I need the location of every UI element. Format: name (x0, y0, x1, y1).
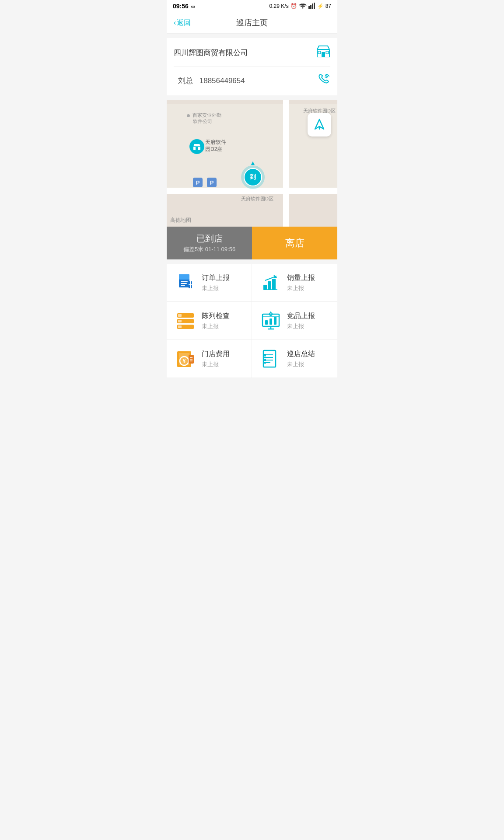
status-time: 09:56 (173, 3, 189, 10)
svg-rect-8 (326, 51, 329, 54)
status-icon-infinity: ∞ (191, 3, 195, 10)
svg-rect-34 (274, 317, 276, 325)
map-pin-label: 到 (244, 168, 262, 186)
summary-title: 巡店总结 (287, 350, 315, 359)
svg-rect-33 (270, 318, 272, 325)
arrived-sub-label: 偏差5米 01-11 09:56 (183, 245, 235, 253)
svg-text:¥: ¥ (182, 357, 186, 364)
sales-icon (261, 273, 281, 293)
map-park-icon (189, 139, 204, 154)
svg-rect-48 (263, 350, 276, 367)
display-icon (175, 311, 196, 331)
map-location-pin: ▲ 到 (241, 165, 265, 189)
menu-item-summary[interactable]: 巡店总结 未上报 (252, 340, 337, 378)
svg-rect-22 (272, 279, 276, 290)
store-contact-info: 刘总 18856449654 (174, 76, 245, 86)
svg-rect-14 (181, 281, 188, 282)
action-row: 已到店 偏差5米 01-11 09:56 离店 (167, 227, 337, 259)
contact-phone: 18856449654 (200, 77, 245, 85)
display-status: 未上报 (202, 322, 230, 330)
arrived-button[interactable]: 已到店 偏差5米 01-11 09:56 (167, 227, 252, 259)
store-info-section: 四川辉图商贸有限公司 刘总 18856449654 (167, 38, 337, 95)
fee-title: 门店费用 (202, 350, 230, 359)
store-shop-icon (316, 45, 330, 60)
status-charging-icon: ⚡ (317, 3, 324, 9)
display-text: 陈列检查 未上报 (202, 312, 230, 330)
order-status: 未上报 (202, 284, 230, 292)
status-wifi-icon (299, 3, 307, 10)
status-speed: 0.29 K/s (270, 3, 289, 9)
svg-rect-32 (265, 320, 268, 325)
amap-logo: 高德地图 (170, 217, 191, 224)
store-contact-row: 刘总 18856449654 (174, 66, 330, 88)
status-bar: 09:56 ∞ 0.29 K/s ⏰ ⚡ 87 (167, 0, 337, 12)
order-title: 订单上报 (202, 273, 230, 283)
order-icon (175, 273, 196, 293)
summary-status: 未上报 (287, 360, 315, 368)
svg-rect-3 (314, 3, 315, 9)
menu-item-compare[interactable]: 竞品上报 未上报 (252, 302, 337, 340)
svg-rect-13 (179, 274, 189, 280)
sales-text: 销量上报 未上报 (287, 273, 315, 292)
back-label: 返回 (177, 18, 191, 28)
svg-rect-1 (310, 5, 312, 9)
svg-rect-28 (178, 314, 182, 317)
fee-text: 门店费用 未上报 (202, 350, 230, 368)
map-park-label: 天府软件 园D2座 (205, 139, 226, 153)
svg-rect-0 (308, 6, 310, 9)
menu-grid: 订单上报 未上报 销量上报 未上报 (167, 264, 337, 378)
svg-rect-30 (178, 326, 182, 328)
contact-name: 刘总 (178, 77, 193, 85)
svg-rect-7 (318, 51, 321, 54)
nav-bar: ‹ 返回 巡店主页 (167, 12, 337, 34)
summary-icon (261, 349, 281, 369)
map-label-company: 百家安业外勤 (187, 112, 221, 119)
menu-item-fee[interactable]: ¥ 门店费用 未上报 (167, 340, 252, 378)
navigate-button[interactable] (308, 113, 331, 136)
compare-icon (261, 311, 281, 331)
svg-rect-55 (264, 359, 266, 361)
display-title: 陈列检查 (202, 312, 230, 321)
compare-status: 未上报 (287, 322, 315, 330)
svg-rect-11 (196, 147, 198, 150)
status-signal-icon (308, 3, 315, 10)
sales-title: 销量上报 (287, 273, 315, 283)
page-title: 巡店主页 (236, 18, 268, 28)
map-section: 天府软件园D区 百家安业外勤 软件公司 天府软件 园D2座 P P 天府软件园D… (167, 100, 337, 227)
map-road-label: 天府软件园D区 (241, 196, 273, 202)
svg-rect-2 (312, 4, 313, 9)
status-clock-icon: ⏰ (290, 3, 297, 9)
map-label-company2: 软件公司 (193, 118, 212, 125)
map-parking-p2: P (207, 178, 217, 187)
compare-text: 竞品上报 未上报 (287, 312, 315, 330)
svg-rect-56 (264, 362, 266, 364)
fee-icon: ¥ (175, 349, 196, 369)
svg-rect-15 (181, 283, 187, 284)
menu-item-sales[interactable]: 销量上报 未上报 (252, 264, 337, 302)
phone-call-icon[interactable] (317, 73, 330, 88)
store-name-row: 四川辉图商贸有限公司 (174, 45, 330, 66)
summary-text: 巡店总结 未上报 (287, 350, 315, 368)
svg-rect-29 (178, 320, 182, 322)
compare-title: 竞品上报 (287, 312, 315, 321)
leave-label: 离店 (285, 237, 304, 250)
menu-item-order[interactable]: 订单上报 未上报 (167, 264, 252, 302)
svg-rect-16 (181, 285, 185, 286)
map-parking-p1: P (193, 178, 203, 187)
order-text: 订单上报 未上报 (202, 273, 230, 292)
sales-status: 未上报 (287, 284, 315, 292)
back-button[interactable]: ‹ 返回 (174, 18, 191, 28)
fee-status: 未上报 (202, 360, 230, 368)
status-battery: 87 (326, 3, 331, 9)
arrived-main-label: 已到店 (196, 233, 223, 245)
leave-button[interactable]: 离店 (252, 227, 337, 259)
back-arrow-icon: ‹ (174, 19, 176, 27)
svg-rect-53 (264, 354, 266, 356)
menu-item-display[interactable]: 陈列检查 未上报 (167, 302, 252, 340)
svg-rect-6 (322, 52, 325, 57)
svg-rect-54 (264, 357, 266, 358)
store-name: 四川辉图商贸有限公司 (174, 48, 248, 58)
